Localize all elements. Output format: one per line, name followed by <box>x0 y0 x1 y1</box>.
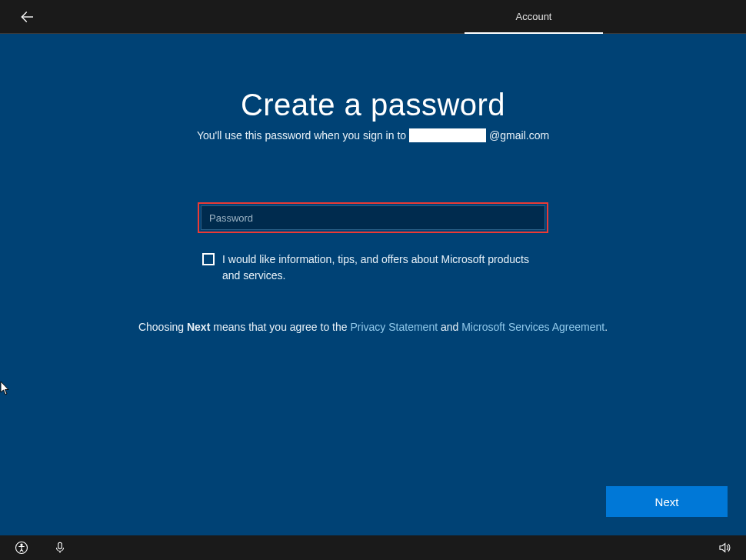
form-area: I would like information, tips, and offe… <box>198 202 548 284</box>
agree-suffix: . <box>604 321 608 333</box>
volume-icon <box>718 541 731 555</box>
bottom-bar <box>0 535 746 560</box>
main-panel: Create a password You'll use this passwo… <box>0 34 746 535</box>
back-arrow-icon <box>16 8 33 25</box>
next-button[interactable]: Next <box>606 486 728 517</box>
subtitle: You'll use this password when you sign i… <box>197 128 549 142</box>
svg-point-1 <box>21 544 22 545</box>
password-field-highlight <box>198 202 548 233</box>
tab-label: Account <box>516 11 552 22</box>
tab-account[interactable]: Account <box>465 0 603 34</box>
step-tabs: Account <box>465 0 603 34</box>
email-masked <box>409 128 486 142</box>
privacy-statement-link[interactable]: Privacy Statement <box>350 321 438 333</box>
back-button[interactable] <box>14 6 35 28</box>
agree-and: and <box>438 321 461 333</box>
offers-checkbox[interactable] <box>202 253 215 265</box>
title-bar: Account <box>0 0 746 34</box>
accessibility-icon <box>15 541 28 555</box>
offers-checkbox-row: I would like information, tips, and offe… <box>198 252 548 284</box>
subtitle-prefix: You'll use this password when you sign i… <box>197 129 406 142</box>
bottom-bar-left <box>14 540 68 555</box>
email-domain: @gmail.com <box>489 129 549 142</box>
next-button-label: Next <box>655 495 679 508</box>
accessibility-button[interactable] <box>14 540 29 555</box>
svg-rect-2 <box>58 542 62 548</box>
agreement-text: Choosing Next means that you agree to th… <box>138 321 608 333</box>
agree-mid: means that you agree to the <box>210 321 350 333</box>
microphone-button[interactable] <box>52 540 68 555</box>
password-input[interactable] <box>201 205 545 230</box>
agree-bold: Next <box>187 321 210 333</box>
offers-checkbox-label: I would like information, tips, and offe… <box>222 252 548 284</box>
services-agreement-link[interactable]: Microsoft Services Agreement <box>461 321 604 333</box>
volume-button[interactable] <box>717 540 732 555</box>
page-title: Create a password <box>241 88 505 122</box>
microphone-icon <box>53 541 67 555</box>
agree-prefix: Choosing <box>138 321 187 333</box>
